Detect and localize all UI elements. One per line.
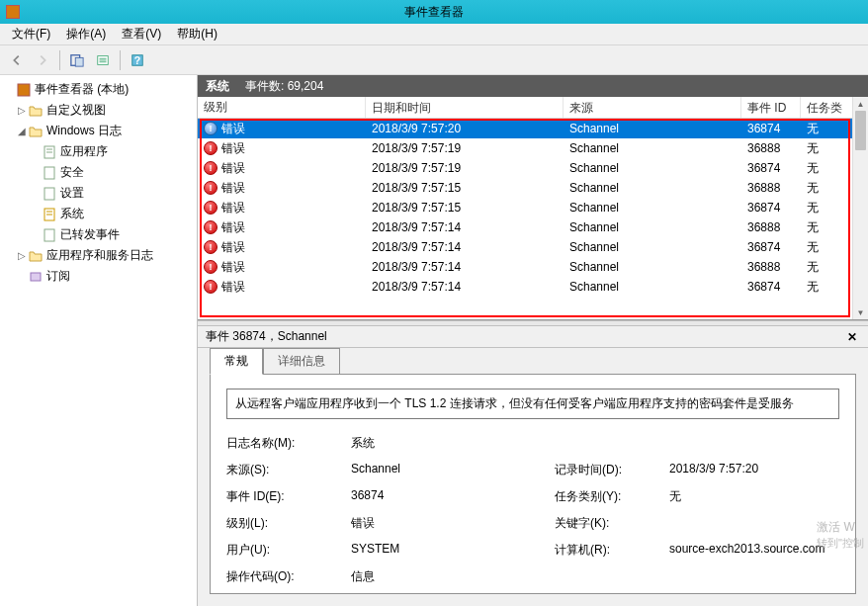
table-row[interactable]: !错误2018/3/9 7:57:14Schannel36874无 [198,237,868,257]
table-row[interactable]: !错误2018/3/9 7:57:20Schannel36874无 [198,119,868,138]
event-message: 从远程客户端应用程序收到一个 TLS 1.2 连接请求，但没有任何受客户端应用程… [226,389,839,419]
menu-view[interactable]: 查看(V) [114,23,169,45]
menu-file[interactable]: 文件(F) [4,23,58,45]
cell-datetime: 2018/3/9 7:57:19 [366,141,564,155]
grid-header[interactable]: 级别 日期和时间 来源 事件 ID 任务类别 [198,97,868,119]
svg-rect-18 [31,273,41,281]
error-icon: ! [204,141,217,155]
tree-windows-logs[interactable]: ◢Windows 日志 [2,121,195,141]
scroll-thumb[interactable] [855,111,866,150]
label-category: 任务类别(Y): [555,488,663,505]
tree-appsvc-logs[interactable]: ▷应用程序和服务日志 [2,245,195,266]
log-icon [43,187,56,201]
tree-label: 应用程序和服务日志 [46,247,153,264]
tree-forwarded[interactable]: 已转发事件 [2,224,195,245]
table-row[interactable]: !错误2018/3/9 7:57:19Schannel36874无 [198,158,868,178]
cell-level: 错误 [221,121,245,137]
error-icon: ! [204,260,217,274]
svg-rect-8 [18,84,30,96]
tree-application[interactable]: 应用程序 [2,141,195,162]
app-icon [6,5,20,19]
label-eventid: 事件 ID(E): [226,488,345,505]
cell-level: 错误 [221,200,245,216]
folder-icon [29,104,43,118]
label-logname: 日志名称(M): [226,435,345,452]
event-grid: 级别 日期和时间 来源 事件 ID 任务类别 !错误2018/3/9 7:57:… [198,97,868,320]
tab-details[interactable]: 详细信息 [263,348,340,375]
properties-button[interactable] [92,49,114,71]
nav-tree[interactable]: 事件查看器 (本地) ▷自定义视图 ◢Windows 日志 应用程序 安全 设置… [0,75,198,606]
panel-icon [70,53,84,67]
error-icon: ! [204,161,217,175]
grid-rows[interactable]: !错误2018/3/9 7:57:20Schannel36874无!错误2018… [198,119,868,319]
log-icon [43,208,56,221]
tree-label: 设置 [60,185,84,202]
menu-action[interactable]: 操作(A) [58,23,114,45]
table-row[interactable]: !错误2018/3/9 7:57:14Schannel36888无 [198,257,868,277]
menu-help[interactable]: 帮助(H) [169,23,225,45]
arrow-left-icon [10,53,24,67]
value-logged: 2018/3/9 7:57:20 [669,462,839,478]
cell-eventid: 36888 [741,181,801,195]
cell-category: 无 [801,180,860,197]
label-user: 用户(U): [226,542,345,559]
scroll-up-icon[interactable]: ▲ [853,97,868,111]
tree-subscriptions[interactable]: 订阅 [2,266,195,287]
col-datetime[interactable]: 日期和时间 [366,97,564,118]
tree-root[interactable]: 事件查看器 (本地) [2,79,195,100]
show-hide-button[interactable] [66,49,88,71]
cell-datetime: 2018/3/9 7:57:15 [366,181,564,195]
cell-category: 无 [801,239,860,256]
table-row[interactable]: !错误2018/3/9 7:57:15Schannel36888无 [198,178,868,198]
cell-category: 无 [801,259,860,276]
tree-label: 系统 [60,206,84,222]
table-row[interactable]: !错误2018/3/9 7:57:19Schannel36888无 [198,138,868,158]
cell-eventid: 36874 [741,201,801,215]
tree-system[interactable]: 系统 [2,204,195,224]
tree-setup[interactable]: 设置 [2,183,195,204]
cell-datetime: 2018/3/9 7:57:14 [366,220,564,234]
back-button[interactable] [6,49,28,71]
close-detail-button[interactable]: ✕ [844,329,860,345]
title-bar: 事件查看器 [0,0,868,24]
label-opcode: 操作代码(O): [226,568,345,585]
cell-eventid: 36888 [741,260,801,274]
label-keywords: 关键字(K): [555,515,663,532]
cell-category: 无 [801,160,860,177]
label-level: 级别(L): [226,515,345,532]
error-icon: ! [204,181,217,195]
cell-category: 无 [801,219,860,236]
col-level[interactable]: 级别 [198,97,366,118]
forward-button[interactable] [32,49,53,71]
error-icon: ! [204,280,217,294]
svg-rect-1 [75,57,83,66]
detail-pane: 事件 36874，Schannel ✕ 常规 详细信息 从远程客户端应用程序收到… [198,326,868,606]
scroll-down-icon[interactable]: ▼ [853,305,868,319]
error-icon: ! [204,201,217,215]
tree-security[interactable]: 安全 [2,162,195,183]
cell-level: 错误 [221,180,245,197]
detail-tabs: 常规 详细信息 [198,348,868,374]
cell-eventid: 36874 [741,280,801,294]
tab-general[interactable]: 常规 [210,348,263,375]
cell-source: Schannel [564,220,741,234]
window-title: 事件查看器 [404,4,464,21]
col-eventid[interactable]: 事件 ID [741,97,801,118]
cell-datetime: 2018/3/9 7:57:19 [366,161,564,175]
tree-label: 安全 [60,164,84,181]
table-row[interactable]: !错误2018/3/9 7:57:14Schannel36874无 [198,277,868,297]
tree-custom-views[interactable]: ▷自定义视图 [2,100,195,121]
col-source[interactable]: 来源 [564,97,741,118]
list-icon [96,53,110,67]
help-button[interactable]: ? [127,49,148,71]
svg-rect-13 [44,188,54,200]
table-row[interactable]: !错误2018/3/9 7:57:14Schannel36888无 [198,217,868,237]
cell-eventid: 36874 [741,240,801,254]
table-row[interactable]: !错误2018/3/9 7:57:15Schannel36874无 [198,198,868,217]
col-category[interactable]: 任务类别 [801,97,860,118]
cell-category: 无 [801,279,860,296]
help-icon: ? [130,53,144,67]
cell-datetime: 2018/3/9 7:57:14 [366,240,564,254]
tree-label: 已转发事件 [60,226,120,243]
vertical-scrollbar[interactable]: ▲ ▼ [852,97,868,319]
